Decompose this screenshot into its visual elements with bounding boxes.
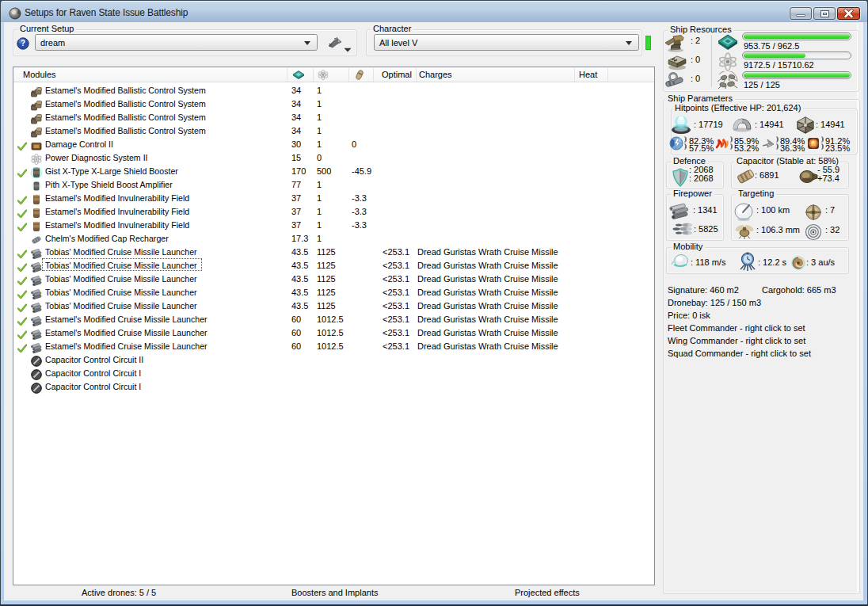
- svg-text:?: ?: [21, 39, 25, 48]
